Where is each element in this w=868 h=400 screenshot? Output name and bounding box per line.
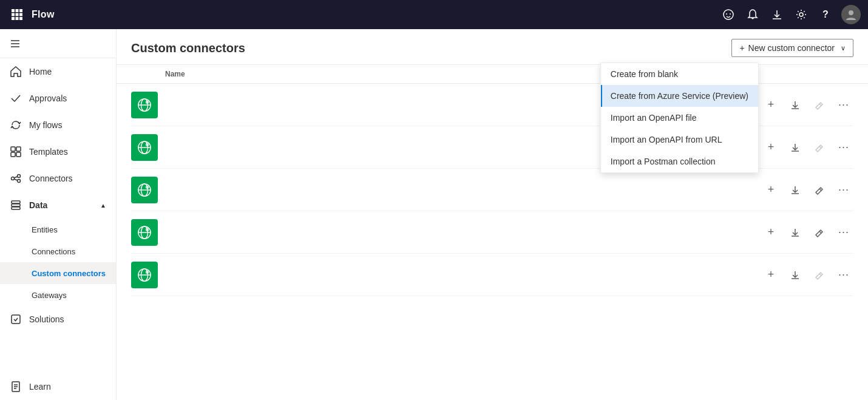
sidebar-sub-item-gateways[interactable]: Gateways [0, 284, 116, 306]
waffle-icon[interactable] [7, 5, 27, 24]
svg-point-23 [18, 180, 21, 183]
sidebar-sub-item-connections[interactable]: Connections [0, 240, 116, 262]
svg-point-11 [730, 13, 731, 15]
sidebar-item-myflows-label: My flows [29, 120, 62, 130]
dropdown-item-create-azure[interactable]: Create from Azure Service (Preview) [601, 85, 758, 107]
avatar[interactable] [841, 5, 861, 24]
dropdown-item-create-azure-label: Create from Azure Service (Preview) [611, 91, 748, 101]
sidebar-sub-item-custom-connectors[interactable]: Custom connectors [0, 262, 116, 284]
app-title: Flow [32, 9, 55, 20]
svg-point-12 [799, 13, 803, 16]
solutions-icon [10, 313, 22, 325]
table-row: + ··· [131, 169, 853, 211]
sidebar-item-home-label: Home [29, 67, 52, 76]
col-name-header: Name [165, 70, 185, 78]
connectors-icon [10, 172, 22, 185]
connector-icon [131, 262, 158, 288]
table-row: + ··· [131, 254, 853, 296]
templates-icon [10, 146, 22, 158]
more-button[interactable]: ··· [834, 138, 853, 157]
svg-rect-19 [11, 152, 15, 157]
sidebar-item-home[interactable]: Home [0, 58, 116, 85]
plus-icon: + [739, 43, 744, 53]
help-icon[interactable]: ? [815, 4, 836, 25]
sidebar-item-approvals[interactable]: Approvals [0, 85, 116, 112]
row-actions: + ··· [761, 95, 853, 115]
add-button[interactable]: + [761, 138, 781, 157]
row-actions: + ··· [761, 223, 853, 242]
edit-button[interactable] [810, 223, 829, 242]
content-area: Custom connectors + New custom connector… [117, 29, 868, 400]
svg-point-49 [146, 185, 149, 189]
edit-button [810, 138, 829, 157]
sidebar-collapse-button[interactable] [0, 29, 116, 58]
topbar: Flow [0, 0, 868, 29]
download-icon[interactable] [766, 4, 788, 25]
connector-icon [131, 177, 158, 203]
connector-icon [131, 92, 158, 118]
dropdown-menu: Create from blank Create from Azure Serv… [600, 63, 759, 173]
svg-line-45 [819, 146, 821, 148]
svg-rect-6 [12, 17, 15, 20]
svg-rect-26 [12, 201, 20, 203]
sidebar-item-data[interactable]: Data ▲ [0, 192, 116, 219]
settings-icon[interactable] [790, 4, 812, 25]
sidebar-item-data-label: Data [29, 200, 47, 210]
sidebar-item-learn[interactable]: Learn [0, 373, 116, 400]
svg-point-55 [146, 228, 149, 231]
download-button[interactable] [785, 95, 805, 115]
download-button[interactable] [785, 138, 805, 157]
edit-button[interactable] [810, 180, 829, 200]
add-button[interactable]: + [761, 265, 781, 285]
smiley-icon[interactable] [717, 4, 739, 25]
svg-line-63 [819, 274, 821, 276]
svg-rect-1 [16, 9, 19, 12]
edit-button [810, 265, 829, 285]
svg-line-51 [819, 189, 821, 191]
svg-line-39 [819, 104, 821, 106]
svg-rect-7 [16, 17, 19, 20]
more-button[interactable]: ··· [834, 180, 853, 200]
more-button[interactable]: ··· [834, 223, 853, 242]
new-connector-button[interactable]: + New custom connector ∨ [731, 39, 853, 57]
myflows-icon [10, 119, 22, 131]
dropdown-item-import-postman-label: Import a Postman collection [611, 157, 716, 166]
bell-icon[interactable] [742, 4, 764, 25]
sidebar-sub-item-entities[interactable]: Entities [0, 219, 116, 240]
sidebar-sub-item-gateways-label: Gateways [32, 291, 67, 300]
more-button[interactable]: ··· [834, 95, 853, 115]
sidebar-item-solutions[interactable]: Solutions [0, 306, 116, 333]
svg-rect-5 [19, 13, 22, 16]
sidebar-item-connectors-label: Connectors [29, 174, 73, 183]
add-button[interactable]: + [761, 180, 781, 200]
more-button[interactable]: ··· [834, 265, 853, 285]
approvals-icon [10, 92, 22, 104]
row-actions: + ··· [761, 265, 853, 285]
svg-line-57 [819, 231, 821, 233]
sidebar-item-myflows[interactable]: My flows [0, 112, 116, 138]
sidebar-sub-item-connections-label: Connections [32, 247, 75, 256]
svg-rect-2 [19, 9, 22, 12]
download-button[interactable] [785, 180, 805, 200]
dropdown-item-import-openapi-url[interactable]: Import an OpenAPI from URL [601, 129, 758, 151]
svg-rect-20 [16, 152, 21, 157]
dropdown-item-import-openapi-label: Import an OpenAPI file [611, 113, 697, 123]
topbar-icon-group: ? [717, 4, 836, 25]
sidebar: Home Approvals My flows [0, 29, 117, 400]
svg-rect-18 [16, 147, 21, 151]
download-button[interactable] [785, 223, 805, 242]
sidebar-item-approvals-label: Approvals [29, 93, 67, 103]
dropdown-item-import-openapi[interactable]: Import an OpenAPI file [601, 107, 758, 129]
data-chevron-icon: ▲ [100, 202, 106, 209]
sidebar-item-connectors[interactable]: Connectors [0, 165, 116, 192]
dropdown-item-create-blank[interactable]: Create from blank [601, 63, 758, 85]
dropdown-item-import-postman[interactable]: Import a Postman collection [601, 151, 758, 172]
row-actions: + ··· [761, 180, 853, 200]
sidebar-sub-item-entities-label: Entities [32, 225, 58, 234]
add-button[interactable]: + [761, 95, 781, 115]
download-button[interactable] [785, 265, 805, 285]
add-button[interactable]: + [761, 223, 781, 242]
svg-point-22 [18, 175, 21, 178]
svg-point-21 [12, 177, 15, 180]
sidebar-item-templates[interactable]: Templates [0, 138, 116, 165]
